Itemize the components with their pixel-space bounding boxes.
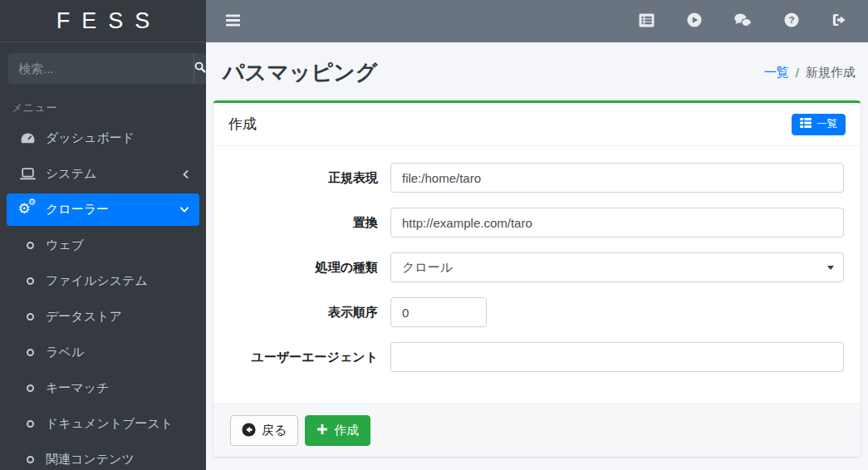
sidebar-search-input[interactable] <box>8 53 194 84</box>
process-type-label: 処理の種類 <box>230 260 390 276</box>
sidebar-item-system[interactable]: システム <box>7 158 199 190</box>
replacement-label: 置換 <box>230 215 390 231</box>
sidebar-item-docboost[interactable]: ドキュメントブースト <box>7 408 199 440</box>
list-alt-icon <box>639 13 655 30</box>
sidebar-search <box>8 53 198 84</box>
chevron-down-icon <box>179 206 189 213</box>
app-window: FESS メニュー ダッシュボード システム <box>0 0 868 470</box>
tachometer-icon <box>17 132 39 144</box>
sidebar-item-relatedcontent[interactable]: 関連コンテンツ <box>7 443 199 470</box>
search-icon <box>194 61 206 76</box>
circle-icon <box>21 420 39 428</box>
chevron-left-icon <box>182 169 189 179</box>
brand-logo: FESS <box>45 8 162 34</box>
breadcrumb: 一覧 / 新規作成 <box>764 65 856 81</box>
comments-icon <box>734 13 752 30</box>
back-button[interactable]: 戻る <box>230 415 298 446</box>
back-button-label: 戻る <box>262 423 287 438</box>
form-row-regex: 正規表現 <box>230 163 844 193</box>
regex-label: 正規表現 <box>230 170 390 186</box>
play-circle-icon <box>687 12 702 30</box>
form-row-process-type: 処理の種類 クロール <box>230 252 844 282</box>
select-caret-icon <box>827 266 834 270</box>
sidebar-toggle-button[interactable] <box>223 11 243 32</box>
sidebar-item-label: ラベル <box>46 345 84 360</box>
top-navbar: ? <box>206 0 868 42</box>
sidebar-search-button[interactable] <box>194 53 206 84</box>
sidebar-item-web[interactable]: ウェブ <box>7 229 199 262</box>
sidebar-item-crawler[interactable]: ⚙⚙ クローラー <box>7 193 199 226</box>
sidebar-item-label: ファイルシステム <box>46 273 148 289</box>
sidebar-menu-header: メニュー <box>0 89 206 122</box>
circle-icon <box>21 349 39 356</box>
card-title: 作成 <box>228 115 257 134</box>
laptop-icon <box>17 168 39 180</box>
create-button-label: 作成 <box>334 423 359 438</box>
play-circle-button[interactable] <box>684 9 705 33</box>
sidebar-item-filesystem[interactable]: ファイルシステム <box>7 265 199 297</box>
sidebar-item-label: 関連コンテンツ <box>46 452 135 468</box>
circle-icon <box>21 277 39 285</box>
sidebar-item-label: キーマッチ <box>46 380 109 396</box>
sidebar-item-label: ドキュメントブースト <box>46 416 173 432</box>
list-view-button-label: 一覧 <box>817 117 837 131</box>
create-button[interactable]: 作成 <box>305 415 370 446</box>
circle-icon <box>21 456 39 463</box>
regex-input[interactable] <box>390 163 844 193</box>
sign-out-icon <box>831 13 846 29</box>
sidebar-item-datastore[interactable]: データストア <box>7 301 199 333</box>
list-alt-button[interactable] <box>635 10 658 33</box>
breadcrumb-current: 新規作成 <box>806 65 856 81</box>
sidebar-item-label[interactable]: ラベル <box>7 336 199 369</box>
user-agent-label: ユーザーエージェント <box>230 350 390 365</box>
breadcrumb-list-link[interactable]: 一覧 <box>764 65 789 81</box>
user-agent-input[interactable] <box>390 342 844 372</box>
card-footer: 戻る 作成 <box>213 404 861 457</box>
sort-order-input[interactable] <box>390 297 487 327</box>
create-card: 作成 一覧 正規表現 置換 処理の種類 <box>213 100 861 457</box>
logout-button[interactable] <box>828 10 850 32</box>
sort-order-label: 表示順序 <box>230 305 390 321</box>
svg-text:?: ? <box>788 14 794 26</box>
card-body: 正規表現 置換 処理の種類 クロール 表示順序 <box>213 146 861 404</box>
th-list-icon <box>800 118 812 130</box>
question-circle-icon: ? <box>784 12 799 30</box>
circle-icon <box>21 242 39 249</box>
card-header: 作成 一覧 <box>213 103 861 146</box>
process-type-select[interactable]: クロール <box>390 252 844 282</box>
sidebar-item-dashboard[interactable]: ダッシュボード <box>7 122 199 154</box>
gears-icon: ⚙⚙ <box>17 202 39 218</box>
arrow-circle-left-icon <box>242 423 256 439</box>
form-row-replacement: 置換 <box>230 208 844 237</box>
plus-icon <box>316 423 328 438</box>
circle-icon <box>21 384 39 392</box>
sidebar: FESS メニュー ダッシュボード システム <box>0 0 206 470</box>
circle-icon <box>21 313 39 321</box>
process-type-selected-value: クロール <box>402 260 453 276</box>
brand-link[interactable]: FESS <box>0 0 206 42</box>
page-title: パスマッピング <box>223 58 377 87</box>
sidebar-item-label: ダッシュボード <box>46 130 135 146</box>
bars-icon <box>226 14 240 29</box>
list-view-button[interactable]: 一覧 <box>792 114 846 135</box>
comments-button[interactable] <box>731 10 755 33</box>
breadcrumb-separator: / <box>796 66 799 80</box>
main-content: パスマッピング 一覧 / 新規作成 作成 一覧 正規表現 <box>206 42 868 470</box>
content-header: パスマッピング 一覧 / 新規作成 <box>206 42 868 100</box>
help-button[interactable]: ? <box>781 9 802 33</box>
form-row-sort-order: 表示順序 <box>230 297 844 327</box>
sidebar-item-label: クローラー <box>46 202 109 218</box>
sidebar-item-label: システム <box>46 166 96 182</box>
replacement-input[interactable] <box>390 208 844 237</box>
form-row-user-agent: ユーザーエージェント <box>230 342 844 372</box>
sidebar-nav: ダッシュボード システム ⚙⚙ クローラー <box>0 122 206 470</box>
sidebar-item-label: ウェブ <box>46 237 84 253</box>
sidebar-item-keymatch[interactable]: キーマッチ <box>7 372 199 404</box>
navbar-right-icons: ? <box>635 9 853 33</box>
sidebar-item-label: データストア <box>46 309 122 325</box>
